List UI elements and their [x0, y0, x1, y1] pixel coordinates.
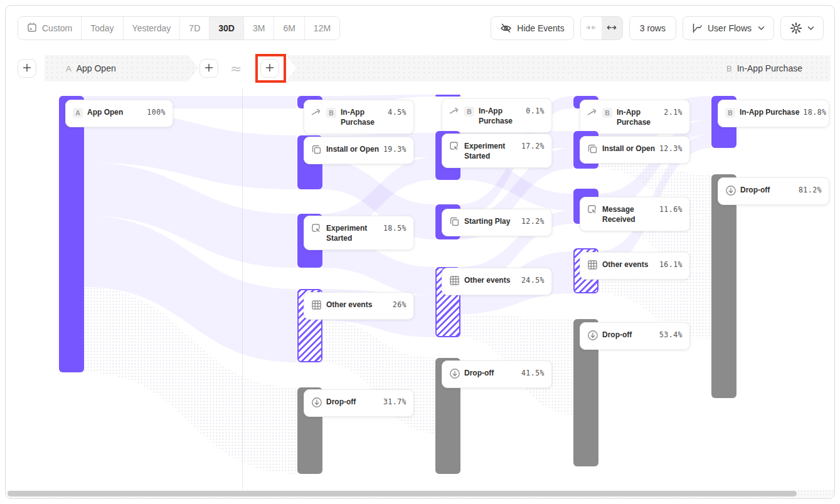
flow-node-card[interactable]: Other events26% [304, 292, 414, 320]
node-percent: 31.7% [383, 397, 407, 406]
flow-node-card[interactable]: Drop-off41.5% [442, 360, 552, 388]
step-badge: A [73, 108, 83, 118]
node-label: App Open [87, 107, 143, 117]
node-percent: 17.2% [521, 142, 545, 150]
flow-bar-event[interactable] [59, 96, 84, 372]
node-percent: 18.5% [383, 224, 407, 233]
node-percent: 0.1% [526, 107, 545, 115]
step-badge: B [725, 108, 735, 118]
node-label: In-App Purchase [740, 107, 799, 117]
node-label: Message Received [602, 204, 656, 224]
event-icon [449, 216, 460, 227]
horizontal-scrollbar-track[interactable] [6, 490, 834, 498]
flow-node-card[interactable]: Experiment Started18.5% [304, 216, 414, 250]
node-percent: 24.5% [521, 276, 545, 285]
node-percent: 16.1% [659, 260, 683, 269]
flow-node-card[interactable]: Starting Play12.2% [442, 209, 552, 236]
trending-icon [587, 107, 598, 118]
node-percent: 81.2% [799, 186, 822, 194]
node-label: In-App Purchase [479, 106, 522, 126]
flow-node-card[interactable]: Experiment Started17.2% [442, 134, 552, 168]
node-label: Install or Open [602, 144, 656, 154]
node-percent: 19.3% [383, 145, 407, 154]
flow-node-card[interactable]: Drop-off31.7% [304, 389, 414, 417]
sankey-ribbons [6, 6, 835, 499]
node-percent: 4.5% [388, 108, 407, 117]
other-events-icon [587, 260, 598, 270]
node-label: Other events [326, 300, 389, 310]
drop-off-icon [311, 397, 322, 407]
node-label: Experiment Started [464, 141, 518, 161]
sankey-canvas: AApp Open100%BIn-App Purchase4.5%Install… [6, 6, 834, 498]
other-events-icon [311, 300, 322, 310]
flow-node-card[interactable]: Install or Open19.3% [304, 137, 414, 164]
node-label: In-App Purchase [617, 107, 660, 127]
node-percent: 41.5% [521, 369, 545, 377]
trending-icon [449, 106, 460, 117]
custom-event-icon [311, 223, 322, 234]
node-label: Drop-off [740, 185, 795, 195]
node-percent: 11.6% [659, 205, 683, 214]
node-percent: 18.8% [803, 108, 826, 117]
custom-event-icon [587, 204, 598, 215]
flow-node-card[interactable]: BIn-App Purchase2.1% [580, 100, 690, 134]
flow-node-card[interactable]: BIn-App Purchase4.5% [304, 100, 414, 134]
node-percent: 12.2% [521, 217, 545, 226]
node-percent: 26% [393, 300, 407, 309]
node-label: Experiment Started [326, 223, 380, 243]
flow-bar-dropoff[interactable] [711, 174, 736, 398]
flow-node-card[interactable]: BIn-App Purchase0.1% [442, 98, 552, 133]
node-label: Drop-off [602, 330, 656, 340]
node-label: Drop-off [464, 368, 518, 378]
node-percent: 53.4% [659, 330, 683, 339]
node-label: Other events [464, 275, 518, 285]
drop-off-icon [449, 368, 460, 379]
flow-node-card[interactable]: Install or Open12.3% [580, 136, 690, 164]
flow-node-card[interactable]: Drop-off81.2% [718, 177, 829, 205]
custom-event-icon [449, 141, 460, 152]
step-badge: B [464, 107, 474, 117]
flow-node-card[interactable]: Other events24.5% [442, 268, 552, 295]
node-label: Drop-off [326, 397, 380, 407]
node-percent: 12.3% [659, 144, 683, 153]
user-flows-panel: CustomTodayYesterday7D30D3M6M12M Hide Ev… [5, 5, 835, 499]
node-percent: 2.1% [664, 108, 683, 117]
node-label: Starting Play [464, 216, 518, 226]
flow-node-card[interactable]: Drop-off53.4% [580, 322, 690, 350]
drop-off-icon [587, 330, 598, 340]
event-icon [587, 144, 598, 154]
flow-node-card[interactable]: AApp Open100% [65, 100, 173, 127]
step-badge: B [602, 108, 612, 118]
step-badge: B [326, 108, 336, 118]
node-label: Other events [602, 260, 656, 270]
node-percent: 100% [147, 108, 166, 117]
horizontal-scrollbar-thumb[interactable] [8, 491, 797, 496]
flow-node-card[interactable]: BIn-App Purchase18.8% [718, 100, 829, 127]
other-events-icon [449, 275, 460, 286]
drop-off-icon [725, 185, 736, 196]
flow-bar-event[interactable] [435, 95, 460, 97]
flow-node-card[interactable]: Other events16.1% [580, 252, 690, 280]
event-icon [311, 144, 322, 155]
node-label: In-App Purchase [341, 107, 384, 127]
flow-node-card[interactable]: Message Received11.6% [580, 197, 690, 231]
node-label: Install or Open [326, 144, 380, 154]
trending-icon [311, 107, 322, 118]
